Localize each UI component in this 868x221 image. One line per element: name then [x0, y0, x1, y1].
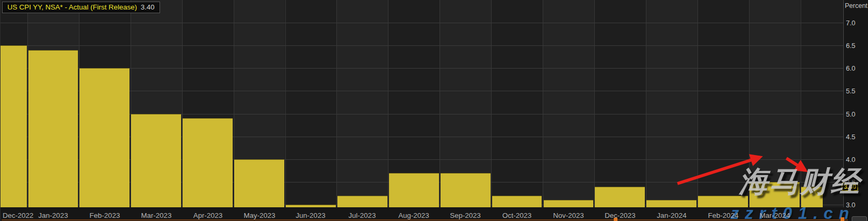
h-gridline [1, 45, 844, 46]
cpi-bar-chart: Dec-2022Jan-2023Feb-2023Mar-2023Apr-2023… [0, 0, 868, 221]
bar-Sep-2023[interactable] [441, 173, 491, 207]
y-label-6.5: 6.5 [846, 42, 855, 50]
x-label-Nov-2023: Nov-2023 [553, 212, 584, 219]
x-label-Feb-2023: Feb-2023 [89, 212, 120, 219]
y-label-4.0: 4.0 [846, 156, 855, 164]
bar-Jan-2024[interactable] [646, 200, 696, 207]
y-label-6.0: 6.0 [846, 64, 855, 72]
h-gridline [1, 23, 844, 23]
brand-watermark: 海马财经 [739, 166, 868, 197]
scrubber-handle[interactable] [614, 218, 617, 221]
x-label-Dec-2023: Dec-2023 [605, 212, 636, 219]
scrubber-handle-right[interactable] [841, 217, 844, 221]
bar-Jan-2023[interactable] [28, 50, 78, 207]
x-label-Dec-2022: Dec-2022 [3, 212, 34, 219]
bar-Aug-2023[interactable] [389, 173, 439, 207]
legend-value: 3.40 [141, 3, 154, 11]
x-label-Sep-2023: Sep-2023 [450, 212, 481, 219]
bar-Oct-2023[interactable] [492, 196, 542, 207]
x-label-Feb-2024: Feb-2024 [708, 212, 739, 219]
x-label-Jan-2024: Jan-2024 [657, 212, 686, 219]
v-gridline [594, 0, 595, 207]
bar-Dec-2022[interactable] [1, 45, 27, 207]
v-gridline [646, 0, 646, 207]
y-label-5.5: 5.5 [846, 87, 855, 95]
bar-Mar-2023[interactable] [131, 114, 181, 208]
bar-Dec-2023[interactable] [595, 187, 645, 208]
bar-Jul-2023[interactable] [337, 196, 387, 207]
bar-Nov-2023[interactable] [544, 200, 594, 207]
plot-area [1, 0, 844, 207]
v-gridline [336, 0, 337, 207]
y-label-5.0: 5.0 [846, 110, 855, 118]
column-shading [543, 0, 594, 207]
site-watermark: zzrt01.cn [731, 204, 855, 221]
x-label-Oct-2023: Oct-2023 [502, 212, 532, 219]
y-label-4.5: 4.5 [846, 133, 855, 141]
y-axis-title: Percent [845, 2, 867, 9]
v-gridline [491, 0, 492, 207]
bar-Apr-2023[interactable] [183, 118, 233, 207]
x-label-Jan-2023: Jan-2023 [38, 212, 68, 219]
scrollbar-corner-button[interactable] [852, 216, 867, 221]
column-shading [646, 0, 697, 207]
y-label-7.0: 7.0 [846, 19, 855, 27]
x-label-Jul-2023: Jul-2023 [348, 212, 376, 219]
legend-box[interactable]: US CPI YY, NSA* - Actual (First Release)… [2, 2, 160, 13]
legend-series-label: US CPI YY, NSA* - Actual (First Release) [7, 3, 137, 11]
v-gridline [697, 0, 698, 207]
x-label-Aug-2023: Aug-2023 [398, 212, 430, 219]
x-label-Mar-2024: Mar-2024 [760, 212, 790, 219]
v-gridline [285, 0, 286, 207]
timeline-scrubber-track[interactable] [2, 219, 848, 220]
bar-Feb-2023[interactable] [79, 68, 129, 207]
v-gridline [543, 0, 543, 207]
x-label-Mar-2023: Mar-2023 [141, 212, 172, 219]
x-label-May-2023: May-2023 [244, 212, 275, 219]
column-shading [336, 0, 388, 207]
x-label-Apr-2023: Apr-2023 [193, 212, 223, 219]
x-label-Jun-2023: Jun-2023 [296, 212, 325, 219]
bar-May-2023[interactable] [234, 159, 284, 207]
